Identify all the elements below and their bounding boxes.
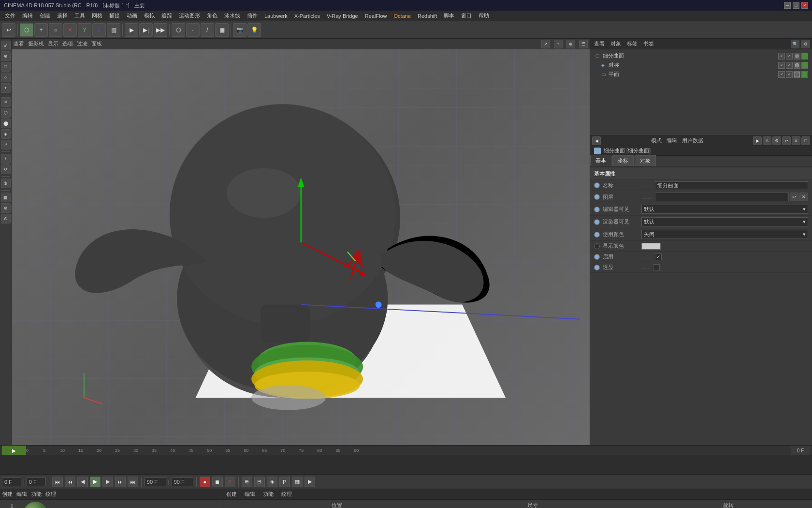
lt-btn-1[interactable]: ↙ (1, 41, 11, 50)
point-mode-button[interactable]: · (186, 23, 200, 37)
props-tab-userdata[interactable]: 用户数据 (680, 136, 705, 145)
menu-help[interactable]: 帮助 (476, 11, 492, 20)
sym-check-3[interactable] (794, 62, 800, 69)
scene-tab-object[interactable]: 对象 (609, 39, 623, 48)
prop-enabled-radio[interactable] (594, 254, 600, 260)
render-all-button[interactable]: ▶▶ (154, 23, 167, 37)
vp-icon-2[interactable]: + (554, 40, 563, 48)
lt-btn-4[interactable]: ○ (1, 73, 11, 82)
lt-btn-7[interactable]: ⬡ (1, 108, 11, 118)
menu-swim[interactable]: 泳水线 (221, 11, 243, 20)
vp-icon-3[interactable]: ⊕ (566, 40, 575, 48)
coords-tab-edit[interactable]: 编辑 (243, 490, 257, 499)
props-icon-5[interactable]: ✕ (792, 136, 800, 145)
menu-vray[interactable]: V-Ray Bridge (324, 12, 361, 20)
prop-enabled-check[interactable]: ✓ (655, 254, 662, 260)
lt-btn-5[interactable]: + (1, 83, 11, 93)
menu-snap[interactable]: 捕捉 (106, 11, 123, 20)
end-frame-input[interactable] (145, 478, 166, 486)
props-icon-1[interactable]: ▶ (753, 136, 762, 145)
rotate-button[interactable]: ○ (49, 23, 62, 37)
undo-button[interactable]: ↩ (2, 23, 15, 37)
lt-btn-3[interactable]: □ (1, 62, 11, 72)
prop-transparent-radio[interactable] (594, 265, 600, 270)
frame-step-input[interactable] (27, 478, 46, 486)
mat-tab-texture[interactable]: 纹理 (45, 491, 56, 498)
lt-btn-12[interactable]: ↺ (1, 164, 11, 174)
timeline-track[interactable] (0, 455, 812, 474)
menu-laubwerk[interactable]: Laubwerk (261, 12, 290, 20)
lt-btn-15[interactable]: ⊛ (1, 203, 11, 213)
preview-btn[interactable]: ▶ (304, 477, 315, 487)
subdivision-check-3[interactable] (794, 53, 800, 60)
menu-mesh[interactable]: 网格 (89, 11, 105, 20)
minimize-button[interactable]: ─ (784, 2, 791, 9)
scale-button[interactable]: ▧ (107, 23, 120, 37)
sym-check-4[interactable] (801, 62, 808, 69)
camera-button[interactable]: 📷 (233, 23, 246, 37)
menu-redshift[interactable]: Redshift (415, 12, 440, 20)
lt-btn-2[interactable]: ⊕ (1, 51, 11, 61)
prop-color-swatch[interactable] (641, 243, 661, 250)
menu-simulate[interactable]: 模拟 (141, 11, 158, 20)
stop-btn[interactable]: ⏹ (212, 477, 223, 487)
prop-layer-input[interactable] (655, 193, 789, 201)
y-axis-button[interactable]: Y (78, 23, 91, 37)
mat-item-1[interactable]: 材质 (23, 502, 47, 508)
prop-editor-radio[interactable] (594, 207, 600, 212)
prop-name-radio[interactable] (594, 182, 600, 188)
scene-tab-view[interactable]: 查看 (592, 39, 607, 48)
next-key-btn[interactable]: ⏭ (115, 477, 126, 487)
mat-tab-create[interactable]: 创建 (2, 491, 13, 498)
props-tab-coords[interactable]: 坐标 (612, 155, 634, 166)
lt-btn-9[interactable]: ◈ (1, 129, 11, 139)
prop-render-dropdown[interactable]: 默认▾ (641, 217, 808, 226)
scene-tab-bookmark[interactable]: 书签 (641, 39, 656, 48)
menu-plugin[interactable]: 插件 (244, 11, 261, 20)
menu-file[interactable]: 文件 (2, 11, 18, 20)
props-icon-4[interactable]: ↩ (782, 136, 791, 145)
scene-settings-icon[interactable]: ⚙ (801, 40, 810, 48)
tree-item-subdivision[interactable]: ⬡ 细分曲面 ✓ ✓ (592, 51, 810, 60)
move-button[interactable]: + (34, 23, 48, 37)
menu-animate[interactable]: 动画 (124, 11, 140, 20)
props-tab-basic[interactable]: 基本 (590, 155, 611, 166)
mat-tab-function[interactable]: 功能 (31, 491, 42, 498)
plane-check-3[interactable] (794, 71, 800, 78)
coords-tab-create[interactable]: 创建 (224, 490, 239, 499)
menu-window[interactable]: 窗口 (458, 11, 475, 20)
prop-name-input[interactable] (655, 181, 808, 189)
del-key-btn[interactable]: ⊟ (254, 477, 265, 487)
vp-icon-1[interactable]: ↗ (541, 40, 550, 48)
props-nav-back[interactable]: ◀ (592, 136, 601, 145)
maximize-button[interactable]: □ (793, 2, 799, 9)
menu-realflow[interactable]: RealFlow (362, 12, 390, 20)
prop-render-radio[interactable] (594, 219, 600, 225)
menu-create[interactable]: 创建 (37, 11, 53, 20)
prop-layer-radio[interactable] (594, 194, 600, 200)
goto-end-btn[interactable]: ⏭ (128, 477, 138, 487)
subdivision-check-1[interactable]: ✓ (778, 53, 785, 60)
plane-check-4[interactable] (801, 71, 808, 78)
menu-script[interactable]: 脚本 (441, 11, 457, 20)
lt-btn-14[interactable]: ▦ (1, 193, 11, 202)
viewport-canvas[interactable]: 网格间距：100 cm (12, 49, 590, 445)
lt-btn-10[interactable]: ↗ (1, 140, 11, 149)
prop-color-use-radio[interactable] (594, 232, 600, 238)
edge-mode-button[interactable]: / (201, 23, 214, 37)
grid-btn[interactable]: ▦ (292, 477, 303, 487)
vp-tab-display[interactable]: 显示 (48, 40, 58, 47)
scene-search-icon[interactable]: 🔍 (791, 40, 799, 48)
props-tab-edit[interactable]: 编辑 (665, 136, 679, 145)
render-view-button[interactable]: ▶| (139, 23, 153, 37)
props-icon-6[interactable]: □ (801, 136, 810, 145)
live-selection-button[interactable]: ⬡ (20, 23, 33, 37)
coords-tab-texture[interactable]: 纹理 (279, 490, 294, 499)
record-btn[interactable]: ● (200, 477, 210, 487)
viewport[interactable]: 查看 摄影机 显示 选项 过滤 面板 ↗ + ⊕ ☰ 透视视图 (12, 39, 590, 445)
subdivision-check-2[interactable]: ✓ (786, 53, 793, 60)
add-key-btn[interactable]: ⊕ (242, 477, 252, 487)
end-field-input[interactable] (172, 478, 193, 486)
vp-tab-view[interactable]: 查看 (14, 40, 24, 47)
sel-key-btn[interactable]: ◈ (267, 477, 277, 487)
